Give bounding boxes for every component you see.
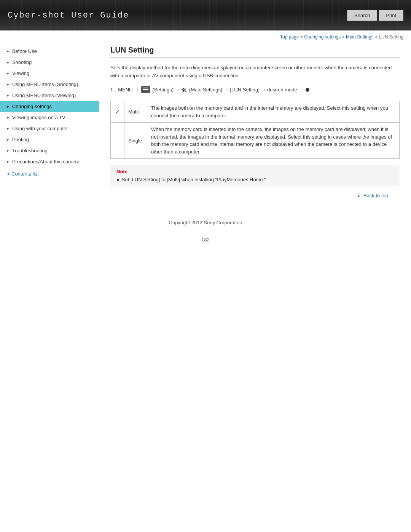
breadcrumb-sep1: > — [300, 34, 304, 40]
header-buttons: Search Print — [347, 10, 403, 21]
breadcrumb-sep2: > — [342, 34, 346, 40]
sidebar-item-using-with-computer[interactable]: ► Using with your computer — [0, 123, 99, 134]
multi-label-cell: Multi — [124, 101, 147, 123]
copyright-text: Copyright 2012 Sony Corporation — [169, 220, 242, 225]
arrow-icon: ► — [6, 60, 10, 64]
sidebar-label-viewing-images-tv: Viewing images on a TV — [12, 115, 65, 120]
sidebar-label-shooting: Shooting — [12, 59, 32, 65]
table-row-multi: ✓ Multi The images both on the memory ca… — [111, 101, 400, 123]
arrow-icon: ► — [6, 149, 10, 153]
description-text: Sets the display method for the recordin… — [110, 64, 400, 80]
breadcrumb-current: LUN Setting — [379, 34, 403, 40]
sidebar-item-using-menu-viewing[interactable]: ► Using MENU items (Viewing) — [0, 90, 99, 101]
sidebar-label-printing: Printing — [12, 137, 29, 142]
instruction: 1．MENU → (Settings) → 🛠 (Main Settings) … — [110, 85, 400, 95]
sidebar-label-using-with-computer: Using with your computer — [12, 126, 68, 131]
sidebar-label-using-menu-shooting: Using MENU items (Shooting) — [12, 81, 78, 87]
instruction-settings: (Settings) → — [152, 87, 181, 93]
breadcrumb-sep3: > — [375, 34, 379, 40]
instruction-prefix: 1．MENU → — [110, 87, 139, 93]
check-icon: ✓ — [115, 109, 120, 115]
multi-check-cell: ✓ — [111, 101, 124, 123]
sidebar-item-troubleshooting[interactable]: ► Troubleshooting — [0, 145, 99, 156]
page-title: LUN Setting — [110, 46, 400, 58]
single-label: Single — [128, 138, 142, 144]
dot-icon — [306, 88, 309, 92]
arrow-icon: ► — [6, 137, 10, 142]
back-to-top-bar: ▲ Back to top — [110, 186, 400, 201]
sidebar-label-using-menu-viewing: Using MENU items (Viewing) — [12, 93, 76, 98]
note-text: Set [LUN Setting] to [Multi] when instal… — [122, 177, 266, 182]
arrow-icon: ► — [6, 71, 10, 75]
single-desc-cell: When the memory card is inserted into th… — [147, 123, 400, 159]
sidebar-item-shooting[interactable]: ► Shooting — [0, 57, 99, 68]
header: Cyber-shot User Guide Search Print — [0, 0, 411, 30]
app-title: Cyber-shot User Guide — [8, 11, 129, 20]
single-description: When the memory card is inserted into th… — [151, 126, 392, 155]
sidebar-item-before-use[interactable]: ► Before Use — [0, 46, 99, 57]
main-layout: ► Before Use ► Shooting ► Viewing ► Usin… — [0, 42, 411, 216]
note-item: ● Set [LUN Setting] to [Multi] when inst… — [116, 177, 393, 182]
arrow-icon: ► — [6, 49, 10, 53]
sidebar-item-printing[interactable]: ► Printing — [0, 134, 99, 145]
breadcrumb-main-settings[interactable]: Main Settings — [346, 34, 374, 40]
sidebar-label-before-use: Before Use — [12, 48, 37, 54]
multi-desc-cell: The images both on the memory card and i… — [147, 101, 400, 123]
sidebar-label-precautions: Precautions/About this camera — [12, 159, 80, 165]
arrow-icon: ► — [6, 82, 10, 86]
arrow-icon: ► — [6, 115, 10, 120]
page-number: 182 — [0, 233, 411, 246]
sidebar-item-using-menu-shooting[interactable]: ► Using MENU items (Shooting) — [0, 79, 99, 90]
back-to-top-link[interactable]: ▲ Back to top — [357, 193, 388, 198]
single-label-cell: Single — [124, 123, 147, 159]
settings-icon — [141, 86, 150, 93]
multi-description: The images both on the memory card and i… — [151, 105, 388, 118]
sidebar-label-changing-settings: Changing settings — [12, 104, 52, 109]
print-button[interactable]: Print — [379, 10, 403, 21]
content-area: LUN Setting Sets the display method for … — [99, 42, 411, 208]
contents-list-link[interactable]: ➔ Contents list — [0, 167, 99, 178]
breadcrumb-top-page[interactable]: Top page — [280, 34, 299, 40]
settings-table: ✓ Multi The images both on the memory ca… — [110, 101, 400, 159]
arrow-icon: ► — [6, 104, 10, 109]
back-to-top-label: Back to top — [363, 193, 388, 198]
breadcrumb-changing-settings[interactable]: Changing settings — [304, 34, 341, 40]
search-button[interactable]: Search — [347, 10, 377, 21]
sidebar-item-changing-settings[interactable]: ► Changing settings — [0, 101, 99, 112]
arrow-icon: ► — [6, 160, 10, 164]
note-box: Note ● Set [LUN Setting] to [Multi] when… — [110, 165, 400, 186]
multi-label: Multi — [128, 109, 139, 115]
arrow-icon: ► — [6, 93, 10, 97]
note-title: Note — [116, 169, 393, 174]
sidebar: ► Before Use ► Shooting ► Viewing ► Usin… — [0, 42, 99, 208]
note-bullet: ● — [116, 177, 119, 182]
sidebar-label-troubleshooting: Troubleshooting — [12, 148, 48, 153]
breadcrumb: Top page > Changing settings > Main Sett… — [0, 30, 411, 42]
sidebar-item-precautions[interactable]: ► Precautions/About this camera — [0, 156, 99, 167]
single-check-cell — [111, 123, 124, 159]
sidebar-item-viewing-images-tv[interactable]: ► Viewing images on a TV — [0, 112, 99, 123]
arrow-icon: ► — [6, 126, 10, 131]
contents-arrow-icon: ➔ — [6, 171, 10, 177]
contents-list-label: Contents list — [11, 171, 39, 177]
back-triangle-icon: ▲ — [357, 194, 360, 198]
sidebar-label-viewing: Viewing — [12, 70, 29, 76]
instruction-main: (Main Settings) → [LUN Setting] → desire… — [189, 87, 305, 93]
main-settings-icon: 🛠 — [182, 85, 187, 95]
footer: Copyright 2012 Sony Corporation — [0, 216, 411, 233]
sidebar-item-viewing[interactable]: ► Viewing — [0, 68, 99, 79]
table-row-single: Single When the memory card is inserted … — [111, 123, 400, 159]
